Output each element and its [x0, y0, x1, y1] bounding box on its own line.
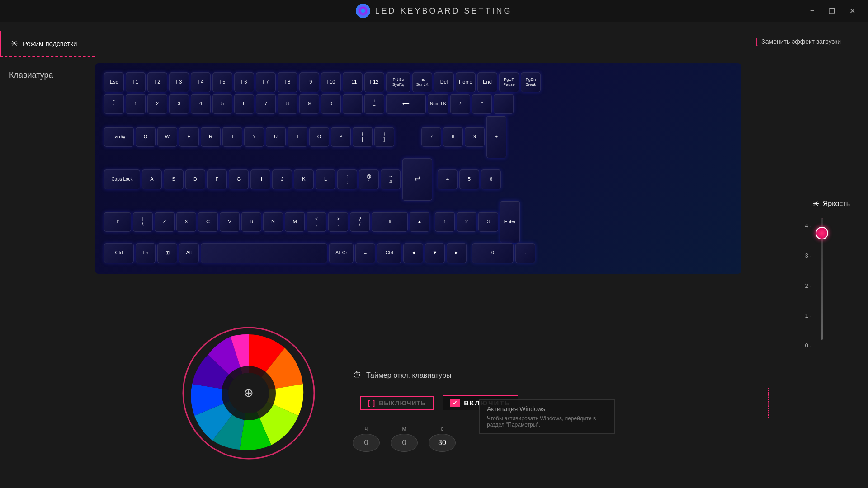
- key-n[interactable]: N: [263, 212, 283, 232]
- key-home[interactable]: Home: [456, 72, 476, 92]
- key-tab[interactable]: Tab ↹: [104, 127, 134, 147]
- key-numlk[interactable]: Num LK: [428, 94, 448, 114]
- key-o[interactable]: O: [309, 127, 329, 147]
- key-backspace[interactable]: ⟵: [386, 94, 426, 114]
- key-enter[interactable]: ↵: [402, 158, 432, 201]
- maximize-button[interactable]: ❐: [825, 5, 839, 17]
- close-button[interactable]: ✕: [846, 5, 859, 17]
- key-ins[interactable]: InsScr LK: [412, 72, 432, 92]
- key-prtsc[interactable]: Prt ScSysRq: [386, 72, 410, 92]
- key-f12[interactable]: F12: [364, 72, 384, 92]
- key-g[interactable]: G: [229, 169, 249, 189]
- key-f11[interactable]: F11: [343, 72, 363, 92]
- key-f8[interactable]: F8: [278, 72, 297, 92]
- key-1[interactable]: 1: [126, 94, 146, 114]
- key-numminus[interactable]: -: [494, 94, 514, 114]
- key-numstar[interactable]: *: [472, 94, 492, 114]
- key-m[interactable]: M: [285, 212, 305, 232]
- hours-value[interactable]: 0: [353, 434, 380, 452]
- key-semicolon[interactable]: :;: [337, 169, 357, 189]
- key-num2[interactable]: 2: [457, 212, 476, 232]
- key-j[interactable]: J: [272, 169, 292, 189]
- key-num4[interactable]: 4: [438, 169, 458, 189]
- key-u[interactable]: U: [266, 127, 286, 147]
- color-wheel-container[interactable]: ⊕: [181, 325, 316, 461]
- key-tilde[interactable]: ~`: [104, 94, 124, 114]
- key-rbracket[interactable]: }]: [374, 127, 394, 147]
- key-b[interactable]: B: [241, 212, 261, 232]
- key-space[interactable]: [201, 243, 327, 263]
- key-apostrophe[interactable]: @': [359, 169, 379, 189]
- key-num6[interactable]: 6: [481, 169, 501, 189]
- key-arrowup[interactable]: ▲: [410, 212, 429, 232]
- key-arrowdown[interactable]: ▼: [425, 243, 445, 263]
- key-backslash[interactable]: |\: [133, 212, 153, 232]
- key-ctrl-left[interactable]: Ctrl: [104, 243, 134, 263]
- key-num5[interactable]: 5: [459, 169, 479, 189]
- key-7[interactable]: 7: [256, 94, 276, 114]
- key-a[interactable]: A: [142, 169, 162, 189]
- key-alt-left[interactable]: Alt: [179, 243, 199, 263]
- key-num8[interactable]: 8: [443, 127, 463, 147]
- key-hash[interactable]: ~#: [381, 169, 401, 189]
- key-f3[interactable]: F3: [169, 72, 189, 92]
- key-f5[interactable]: F5: [212, 72, 232, 92]
- key-p[interactable]: P: [331, 127, 351, 147]
- key-q[interactable]: Q: [136, 127, 156, 147]
- key-num0[interactable]: 0: [472, 243, 514, 263]
- key-equals[interactable]: +=: [364, 94, 384, 114]
- key-x[interactable]: X: [176, 212, 196, 232]
- key-numdot[interactable]: .: [515, 243, 535, 263]
- key-v[interactable]: V: [220, 212, 240, 232]
- key-f4[interactable]: F4: [191, 72, 211, 92]
- key-win[interactable]: ⊞: [157, 243, 177, 263]
- key-lbracket[interactable]: {[: [353, 127, 373, 147]
- key-esc[interactable]: Esc: [104, 72, 124, 92]
- key-c[interactable]: C: [198, 212, 218, 232]
- key-capslock[interactable]: Caps Lock: [104, 169, 140, 189]
- key-i[interactable]: I: [288, 127, 307, 147]
- key-f7[interactable]: F7: [256, 72, 276, 92]
- key-5[interactable]: 5: [212, 94, 232, 114]
- key-2[interactable]: 2: [147, 94, 167, 114]
- key-altgr[interactable]: Alt Gr: [329, 243, 354, 263]
- key-h[interactable]: H: [250, 169, 270, 189]
- key-z[interactable]: Z: [155, 212, 175, 232]
- key-numenter[interactable]: Enter: [500, 201, 520, 243]
- key-k[interactable]: K: [294, 169, 314, 189]
- timer-off-button[interactable]: [ ] ВЫКЛЮЧИТЬ: [360, 396, 434, 410]
- key-del[interactable]: Del: [434, 72, 454, 92]
- key-numplus[interactable]: +: [486, 116, 506, 158]
- seconds-value[interactable]: 30: [429, 434, 456, 452]
- key-fn[interactable]: Fn: [136, 243, 156, 263]
- brightness-slider-area[interactable]: 4 - 3 - 2 - 1 - 0 -: [805, 218, 822, 353]
- key-menu[interactable]: ≡: [355, 243, 375, 263]
- key-num9[interactable]: 9: [465, 127, 485, 147]
- key-3[interactable]: 3: [169, 94, 189, 114]
- key-pgdn[interactable]: PgDnBreak: [521, 72, 541, 92]
- key-l[interactable]: L: [316, 169, 335, 189]
- key-4[interactable]: 4: [191, 94, 211, 114]
- key-slash[interactable]: ?/: [350, 212, 370, 232]
- minimize-button[interactable]: −: [807, 5, 818, 17]
- key-d[interactable]: D: [185, 169, 205, 189]
- key-period[interactable]: >.: [328, 212, 348, 232]
- key-e[interactable]: E: [179, 127, 199, 147]
- key-arrowleft[interactable]: ◄: [403, 243, 423, 263]
- key-f6[interactable]: F6: [234, 72, 254, 92]
- key-f9[interactable]: F9: [299, 72, 319, 92]
- key-f10[interactable]: F10: [321, 72, 341, 92]
- key-num1[interactable]: 1: [435, 212, 455, 232]
- sidebar-mode-item[interactable]: ✳ Режим подсветки: [0, 31, 95, 57]
- key-end[interactable]: End: [477, 72, 497, 92]
- key-y[interactable]: Y: [244, 127, 264, 147]
- key-minus[interactable]: _-: [343, 94, 363, 114]
- key-f2[interactable]: F2: [147, 72, 167, 92]
- minutes-value[interactable]: 0: [391, 434, 418, 452]
- key-shift-right[interactable]: ⇧: [372, 212, 408, 232]
- key-pgup[interactable]: PgUPPause: [499, 72, 519, 92]
- brightness-track[interactable]: [821, 218, 823, 340]
- key-0[interactable]: 0: [321, 94, 341, 114]
- replace-effect-area[interactable]: [ Заменить эффект загрузки: [755, 36, 841, 47]
- key-shift-left[interactable]: ⇧: [104, 212, 131, 232]
